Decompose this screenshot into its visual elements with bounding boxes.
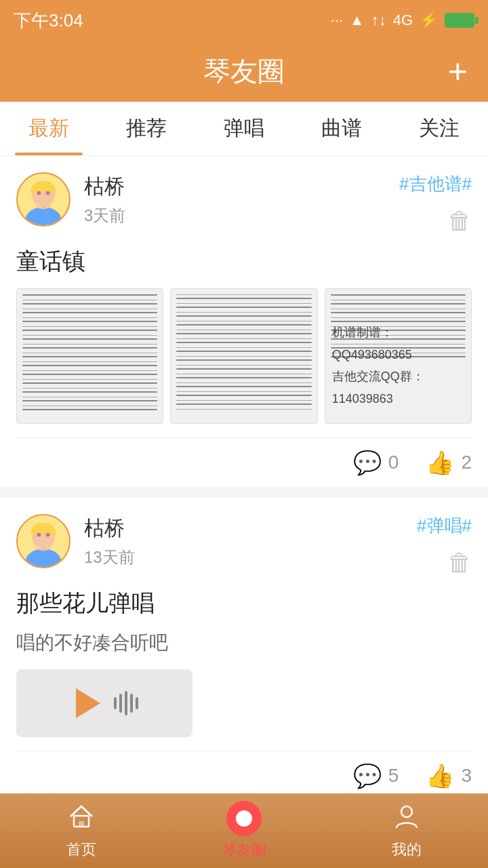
like-icon: 👍 <box>426 449 454 476</box>
comment-count: 5 <box>388 765 399 787</box>
sheet-image-2[interactable] <box>170 288 317 424</box>
wave-5 <box>136 697 138 709</box>
username: 枯桥 <box>84 173 125 201</box>
post-card: 枯桥 3天前 #吉他谱# 🗑 童话镇 <box>0 156 488 487</box>
like-action[interactable]: 👍 2 <box>426 449 472 476</box>
home-icon <box>67 802 96 835</box>
post-time: 13天前 <box>84 547 135 568</box>
like-count: 2 <box>461 452 472 473</box>
post-tag[interactable]: #弹唱# <box>417 514 472 538</box>
signal-icon: ↑↓ <box>371 12 386 29</box>
tab-bar: 最新 推荐 弹唱 曲谱 关注 <box>0 102 488 156</box>
post-left: 枯桥 3天前 <box>16 172 125 226</box>
sheet-image-3[interactable]: 机谱制谱：QQ493680365吉他交流QQ群：114039863 <box>325 288 472 424</box>
play-button[interactable] <box>76 688 100 718</box>
post-title: 童话镇 <box>16 246 472 277</box>
post-header: 枯桥 3天前 #吉他谱# 🗑 <box>16 172 472 235</box>
comment-action[interactable]: 💬 5 <box>353 762 399 789</box>
wave-4 <box>130 694 133 713</box>
svg-point-11 <box>46 533 50 537</box>
nav-mine-label: 我的 <box>392 840 422 860</box>
network-4g: 4G <box>393 12 413 29</box>
bolt-icon: ⚡ <box>420 12 438 29</box>
delete-icon[interactable]: 🗑 <box>447 207 472 235</box>
svg-point-4 <box>37 191 41 195</box>
tab-play[interactable]: 弹唱 <box>195 102 293 155</box>
svg-point-5 <box>46 191 50 195</box>
nav-home-label: 首页 <box>66 840 96 860</box>
wave-2 <box>119 694 122 713</box>
status-time: 下午3:04 <box>14 9 83 33</box>
avatar[interactable] <box>16 172 70 226</box>
content-area: 枯桥 3天前 #吉他谱# 🗑 童话镇 <box>0 156 488 868</box>
status-icons: ··· ▲ ↑↓ 4G ⚡ <box>331 12 474 29</box>
comment-count: 0 <box>388 452 399 473</box>
post-card: 枯桥 13天前 #弹唱# 🗑 那些花儿弹唱 唱的不好凑合听吧 <box>0 498 488 800</box>
sheet-images: 机谱制谱：QQ493680365吉他交流QQ群：114039863 <box>16 288 472 424</box>
community-icon <box>226 801 262 836</box>
comment-icon: 💬 <box>353 449 382 476</box>
post-right: #吉他谱# 🗑 <box>399 172 472 235</box>
status-bar: 下午3:04 ··· ▲ ↑↓ 4G ⚡ <box>0 0 488 41</box>
add-button[interactable]: + <box>448 54 468 88</box>
nav-mine[interactable]: 我的 <box>325 802 488 860</box>
post-footer: 💬 0 👍 2 <box>16 437 472 487</box>
post-left: 枯桥 13天前 <box>16 514 135 568</box>
post-meta: 枯桥 13天前 <box>84 515 135 568</box>
header-title: 琴友圈 <box>203 53 285 90</box>
post-header: 枯桥 13天前 #弹唱# 🗑 <box>16 514 472 577</box>
bottom-nav: 首页 琴友圈 我的 <box>0 793 488 868</box>
battery-icon <box>445 13 474 28</box>
post-title: 那些花儿弹唱 <box>16 588 472 619</box>
comment-icon: 💬 <box>353 762 382 789</box>
tab-latest[interactable]: 最新 <box>0 102 98 155</box>
username: 枯桥 <box>84 515 135 542</box>
post-subtitle: 唱的不好凑合听吧 <box>16 630 472 656</box>
nav-community-label: 琴友圈 <box>222 840 266 861</box>
nav-community[interactable]: 琴友圈 <box>163 801 325 861</box>
post-right: #弹唱# 🗑 <box>417 514 472 577</box>
tab-score[interactable]: 曲谱 <box>293 102 390 155</box>
app-header: 琴友圈 + <box>0 41 488 102</box>
svg-point-10 <box>37 533 41 537</box>
post-tag[interactable]: #吉他谱# <box>399 172 472 196</box>
post-time: 3天前 <box>84 205 125 226</box>
tab-recommend[interactable]: 推荐 <box>98 102 195 155</box>
post-meta: 枯桥 3天前 <box>84 173 125 226</box>
svg-point-20 <box>401 806 412 817</box>
sheet-image-1[interactable] <box>16 288 163 424</box>
sheet-watermark: 机谱制谱：QQ493680365吉他交流QQ群：114039863 <box>332 321 464 410</box>
audio-player[interactable] <box>16 669 192 737</box>
delete-icon[interactable]: 🗑 <box>447 549 472 577</box>
wifi-icon: ▲ <box>350 12 365 29</box>
nav-home[interactable]: 首页 <box>0 802 163 860</box>
like-icon: 👍 <box>426 762 454 789</box>
comment-action[interactable]: 💬 0 <box>353 449 399 476</box>
wave-1 <box>114 697 117 709</box>
signal-dots: ··· <box>331 12 343 29</box>
like-count: 3 <box>461 765 472 787</box>
sound-waves <box>114 691 138 715</box>
wave-3 <box>125 691 127 715</box>
tab-follow[interactable]: 关注 <box>390 102 488 155</box>
community-inner-icon <box>236 810 252 827</box>
svg-rect-19 <box>79 821 84 827</box>
avatar[interactable] <box>16 514 70 568</box>
mine-icon <box>392 802 421 835</box>
like-action[interactable]: 👍 3 <box>426 762 472 789</box>
